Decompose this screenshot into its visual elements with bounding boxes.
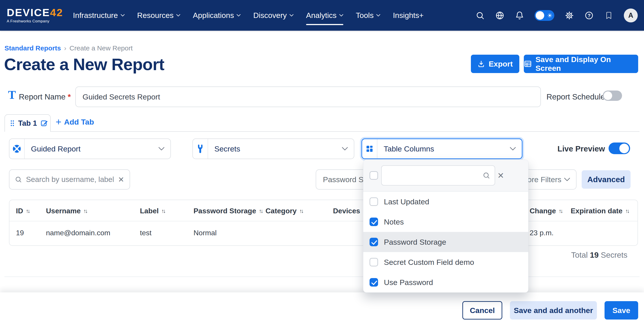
cell-username: name@domain.com: [46, 229, 110, 237]
table-search-box: ✕: [9, 169, 130, 190]
theme-toggle[interactable]: [534, 10, 554, 21]
create-report-page: DEVICE42 A Freshworks Company Infrastruc…: [0, 0, 644, 324]
column-header-id[interactable]: ID↑↓: [16, 207, 29, 215]
table-columns-dropdown: ✕ Last Updated Notes Password Storage Se…: [363, 160, 528, 293]
table-columns-select[interactable]: Table Columns: [362, 138, 522, 159]
object-type-select[interactable]: Secrets: [192, 138, 354, 159]
columns-search-input[interactable]: [386, 171, 482, 180]
table-columns-grid-icon: [362, 139, 378, 158]
export-button[interactable]: Export: [471, 55, 519, 73]
clear-search-icon[interactable]: ✕: [118, 175, 124, 184]
top-nav: DEVICE42 A Freshworks Company Infrastruc…: [0, 0, 644, 31]
cell-id: 19: [16, 229, 24, 237]
column-header-username[interactable]: Username↑↓: [46, 207, 87, 215]
checkbox[interactable]: [370, 218, 378, 226]
gear-icon[interactable]: [564, 11, 574, 20]
column-header-devices[interactable]: Devices↑↓: [333, 207, 366, 215]
device42-logo[interactable]: DEVICE42 A Freshworks Company: [7, 7, 63, 23]
logo-wordmark: DEVICE42: [7, 7, 63, 18]
search-input[interactable]: [26, 175, 118, 184]
report-type-value: Guided Report: [31, 145, 80, 153]
advanced-button[interactable]: Advanced: [582, 170, 630, 189]
chevron-down-icon: [158, 147, 164, 151]
checkbox[interactable]: [370, 258, 378, 266]
column-option-password-storage[interactable]: Password Storage: [363, 232, 528, 252]
sort-icon: ↑↓: [84, 208, 87, 214]
tab-bar-divider: [4, 131, 640, 132]
sort-icon: ↑↓: [558, 208, 562, 214]
nav-utilities: ? A: [476, 0, 638, 31]
total-count-number: 19: [590, 251, 599, 259]
tab-1-label: Tab 1: [18, 119, 37, 127]
nav-item-resources[interactable]: Resources: [137, 9, 180, 22]
save-and-add-another-button[interactable]: Save and add another: [510, 301, 597, 320]
breadcrumb-separator: ›: [64, 44, 66, 52]
globe-icon[interactable]: [495, 11, 504, 20]
close-dropdown-icon[interactable]: ✕: [497, 171, 504, 180]
column-option-notes[interactable]: Notes: [363, 212, 528, 232]
breadcrumb-current: Create a New Report: [70, 44, 133, 52]
bookmark-icon[interactable]: [604, 11, 614, 20]
search-icon[interactable]: [476, 11, 485, 20]
breadcrumb: Standard Reports › Create a New Report: [4, 44, 133, 52]
chevron-down-icon: [564, 178, 570, 182]
results-table: ID↑↓ Username↑↓ Label↑↓ Password Storage…: [9, 200, 638, 246]
required-asterisk: *: [68, 92, 71, 101]
tab-1[interactable]: Tab 1: [4, 114, 51, 132]
column-header-password-storage[interactable]: Password Storage↑↓: [194, 207, 262, 215]
table-icon: [524, 60, 532, 68]
secrets-wrench-icon: [193, 139, 208, 159]
column-header-expiration-date[interactable]: Expiration date↑↓: [571, 207, 628, 215]
nav-item-infrastructure[interactable]: Infrastructure: [73, 9, 124, 22]
cancel-button[interactable]: Cancel: [462, 301, 502, 320]
help-icon[interactable]: ?: [584, 11, 594, 20]
column-option-secret-custom-field-demo[interactable]: Secret Custom Field demo: [363, 252, 528, 272]
live-preview-toggle[interactable]: [608, 142, 630, 154]
chevron-down-icon: [342, 147, 348, 151]
plus-icon: +: [56, 117, 62, 126]
select-all-checkbox[interactable]: [370, 171, 378, 180]
notifications-bell-icon[interactable]: [515, 11, 524, 20]
breadcrumb-standard-reports[interactable]: Standard Reports: [4, 44, 61, 52]
theme-toggle-knob: [536, 11, 544, 20]
cell-label: test: [140, 229, 152, 237]
sort-icon: ↑↓: [162, 208, 165, 214]
sort-icon: ↑↓: [259, 208, 262, 214]
checkbox[interactable]: [370, 238, 378, 246]
cell-password-storage: Normal: [194, 229, 216, 237]
column-option-last-updated[interactable]: Last Updated: [363, 192, 528, 212]
save-and-display-button[interactable]: Save and Display On Screen: [524, 55, 638, 73]
chevron-down-icon: [236, 14, 240, 16]
column-option-use-password[interactable]: Use Password: [363, 272, 528, 293]
chevron-down-icon: [339, 14, 343, 16]
table-header-divider: [10, 221, 638, 221]
cell-change: 23 p.m.: [530, 229, 554, 237]
page-title: Create a New Report: [4, 55, 164, 74]
nav-item-analytics[interactable]: Analytics: [306, 9, 343, 22]
drag-handle-icon: [10, 120, 15, 127]
logo-subtitle: A Freshworks Company: [7, 19, 63, 23]
search-icon: [482, 172, 490, 179]
column-header-label[interactable]: Label↑↓: [140, 207, 165, 215]
column-header-change[interactable]: Change↑↓: [530, 207, 562, 215]
nav-item-tools[interactable]: Tools: [356, 9, 380, 22]
checkbox[interactable]: [370, 278, 378, 287]
report-name-input[interactable]: [75, 86, 541, 107]
edit-tab-icon[interactable]: [40, 119, 48, 127]
save-button[interactable]: Save: [604, 301, 638, 320]
chevron-down-icon: [510, 147, 516, 151]
sort-icon: ↑↓: [299, 208, 303, 214]
sun-icon: [547, 13, 552, 18]
checkbox[interactable]: [370, 197, 378, 206]
nav-item-insights[interactable]: Insights+: [393, 9, 424, 22]
chevron-down-icon: [376, 14, 380, 16]
column-header-category[interactable]: Category↑↓: [266, 207, 303, 215]
report-schedule-toggle[interactable]: [603, 90, 622, 101]
report-schedule-label: Report Schedule: [546, 92, 605, 101]
nav-item-discovery[interactable]: Discovery: [253, 9, 293, 22]
add-tab-button[interactable]: + Add Tab: [56, 117, 94, 126]
nav-item-applications[interactable]: Applications: [193, 9, 240, 22]
svg-text:?: ?: [588, 12, 590, 18]
user-avatar[interactable]: A: [624, 8, 638, 22]
report-type-select[interactable]: Guided Report: [9, 138, 171, 159]
